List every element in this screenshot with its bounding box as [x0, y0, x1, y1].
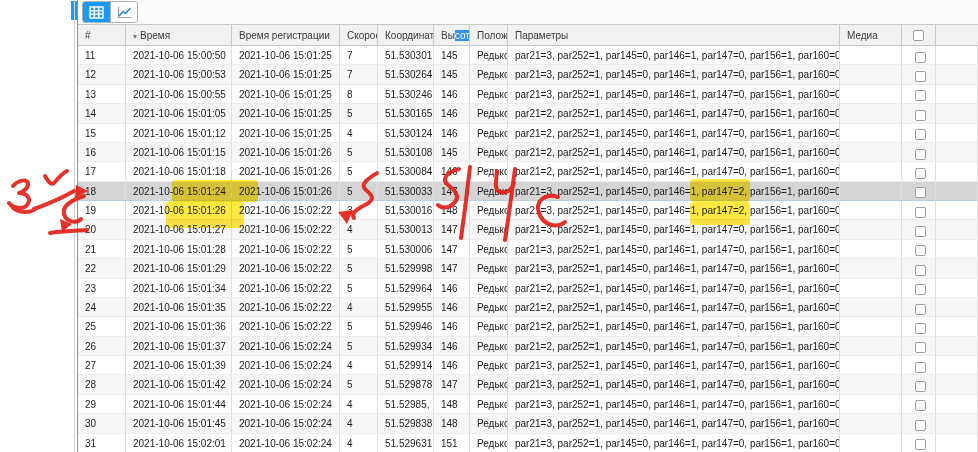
select-all-checkbox[interactable] — [913, 30, 924, 41]
grid-icon — [89, 6, 104, 19]
table-row[interactable]: 15 2021-10-06 15:01:12 2021-10-06 15:01:… — [78, 124, 978, 143]
cell-speed: 8 — [340, 85, 378, 104]
cell-filler — [936, 279, 978, 298]
table-row[interactable]: 20 2021-10-06 15:01:27 2021-10-06 15:02:… — [78, 220, 978, 239]
cell-media — [840, 356, 902, 375]
table-row[interactable]: 17 2021-10-06 15:01:18 2021-10-06 15:01:… — [78, 162, 978, 181]
cell-reg-time: 2021-10-06 15:02:22 — [232, 220, 340, 239]
cell-reg-time: 2021-10-06 15:02:24 — [232, 434, 340, 452]
marker-arrow-to-row18 — [34, 191, 74, 209]
row-checkbox[interactable] — [915, 226, 926, 237]
view-switch-group — [82, 1, 138, 23]
cell-checkbox — [902, 104, 936, 123]
cell-filler — [936, 434, 978, 452]
table-row[interactable]: 14 2021-10-06 15:01:05 2021-10-06 15:01:… — [78, 104, 978, 123]
table-row[interactable]: 24 2021-10-06 15:01:35 2021-10-06 15:02:… — [78, 298, 978, 317]
table-row[interactable]: 27 2021-10-06 15:01:39 2021-10-06 15:02:… — [78, 356, 978, 375]
table-row[interactable]: 25 2021-10-06 15:01:36 2021-10-06 15:02:… — [78, 317, 978, 336]
cell-params: par21=3, par252=1, par145=0, par146=1, p… — [508, 356, 840, 375]
row-checkbox[interactable] — [915, 400, 926, 411]
row-checkbox[interactable] — [915, 110, 926, 121]
table-row[interactable]: 11 2021-10-06 15:00:50 2021-10-06 15:01:… — [78, 46, 978, 65]
cell-params: par21=2, par252=1, par145=0, par146=1, p… — [508, 337, 840, 356]
cell-filler — [936, 356, 978, 375]
cell-coordinates: 51.530124 — [378, 124, 434, 143]
row-checkbox[interactable] — [915, 284, 926, 295]
table-row[interactable]: 31 2021-10-06 15:02:01 2021-10-06 15:02:… — [78, 434, 978, 452]
row-checkbox[interactable] — [915, 439, 926, 450]
cell-reg-time: 2021-10-06 15:02:24 — [232, 375, 340, 394]
cell-speed: 4 — [340, 434, 378, 452]
marker-arrowhead-row20 — [60, 219, 72, 232]
table-row[interactable]: 29 2021-10-06 15:01:44 2021-10-06 15:02:… — [78, 395, 978, 414]
table-row[interactable]: 30 2021-10-06 15:01:45 2021-10-06 15:02:… — [78, 414, 978, 433]
cell-filler — [936, 240, 978, 259]
messages-panel: # ▾Время Время регистрации Скорость Коор… — [77, 0, 978, 452]
row-checkbox[interactable] — [915, 265, 926, 276]
column-header-position[interactable]: Положение — [470, 25, 508, 45]
table-row[interactable]: 16 2021-10-06 15:01:15 2021-10-06 15:01:… — [78, 143, 978, 162]
column-header-height[interactable]: Высота — [434, 25, 470, 45]
row-checkbox[interactable] — [915, 90, 926, 101]
column-header-media[interactable]: Медиа — [840, 25, 902, 45]
cell-height: 148 — [434, 201, 470, 220]
cell-checkbox — [902, 317, 936, 336]
column-header-speed[interactable]: Скорость — [340, 25, 378, 45]
cell-speed: 4 — [340, 395, 378, 414]
cell-position: Редько — [470, 220, 508, 239]
column-header-checkbox — [902, 25, 936, 45]
cell-reg-time: 2021-10-06 15:01:25 — [232, 124, 340, 143]
cell-coordinates: 51.529955 — [378, 298, 434, 317]
cell-time: 2021-10-06 15:01:26 — [126, 201, 232, 220]
row-checkbox[interactable] — [915, 245, 926, 256]
column-header-num[interactable]: # — [78, 25, 126, 45]
cell-speed: 7 — [340, 65, 378, 84]
column-header-time-label: Время — [140, 30, 170, 41]
cell-reg-time: 2021-10-06 15:01:26 — [232, 143, 340, 162]
row-checkbox[interactable] — [915, 168, 926, 179]
row-checkbox[interactable] — [915, 420, 926, 431]
column-header-reg-time[interactable]: Время регистрации — [232, 25, 340, 45]
cell-position: Редько — [470, 240, 508, 259]
cell-height: 146 — [434, 298, 470, 317]
cell-height: 147 — [434, 375, 470, 394]
table-row[interactable]: 12 2021-10-06 15:00:53 2021-10-06 15:01:… — [78, 65, 978, 84]
cell-num: 11 — [78, 46, 126, 65]
row-checkbox[interactable] — [915, 149, 926, 160]
table-row[interactable]: 13 2021-10-06 15:00:55 2021-10-06 15:01:… — [78, 85, 978, 104]
table-row[interactable]: 18 2021-10-06 15:01:24 2021-10-06 15:01:… — [78, 182, 978, 201]
table-row[interactable]: 26 2021-10-06 15:01:37 2021-10-06 15:02:… — [78, 337, 978, 356]
row-checkbox[interactable] — [915, 342, 926, 353]
cell-reg-time: 2021-10-06 15:02:22 — [232, 259, 340, 278]
cell-filler — [936, 298, 978, 317]
cell-checkbox — [902, 375, 936, 394]
table-row[interactable]: 23 2021-10-06 15:01:34 2021-10-06 15:02:… — [78, 279, 978, 298]
row-checkbox[interactable] — [915, 362, 926, 373]
column-header-params[interactable]: Параметры — [508, 25, 840, 45]
table-row[interactable]: 21 2021-10-06 15:01:28 2021-10-06 15:02:… — [78, 240, 978, 259]
table-view-button[interactable] — [83, 2, 110, 22]
row-checkbox[interactable] — [915, 187, 926, 198]
column-header-coordinates[interactable]: Координаты — [378, 25, 434, 45]
cell-coordinates: 51.529934 — [378, 337, 434, 356]
column-header-time[interactable]: ▾Время — [126, 25, 232, 45]
row-checkbox[interactable] — [915, 304, 926, 315]
cell-media — [840, 298, 902, 317]
row-checkbox[interactable] — [915, 52, 926, 63]
table-row[interactable]: 22 2021-10-06 15:01:29 2021-10-06 15:02:… — [78, 259, 978, 278]
cell-filler — [936, 182, 978, 201]
row-checkbox[interactable] — [915, 207, 926, 218]
cell-media — [840, 220, 902, 239]
table-row[interactable]: 28 2021-10-06 15:01:42 2021-10-06 15:02:… — [78, 375, 978, 394]
cell-time: 2021-10-06 15:01:12 — [126, 124, 232, 143]
row-checkbox[interactable] — [915, 381, 926, 392]
cell-checkbox — [902, 220, 936, 239]
table-row[interactable]: 19 2021-10-06 15:01:26 2021-10-06 15:02:… — [78, 201, 978, 220]
chart-view-button[interactable] — [110, 2, 137, 22]
cell-params: par21=3, par252=1, par145=0, par146=1, p… — [508, 220, 840, 239]
cell-media — [840, 337, 902, 356]
row-checkbox[interactable] — [915, 129, 926, 140]
row-checkbox[interactable] — [915, 323, 926, 334]
cell-filler — [936, 220, 978, 239]
row-checkbox[interactable] — [915, 71, 926, 82]
